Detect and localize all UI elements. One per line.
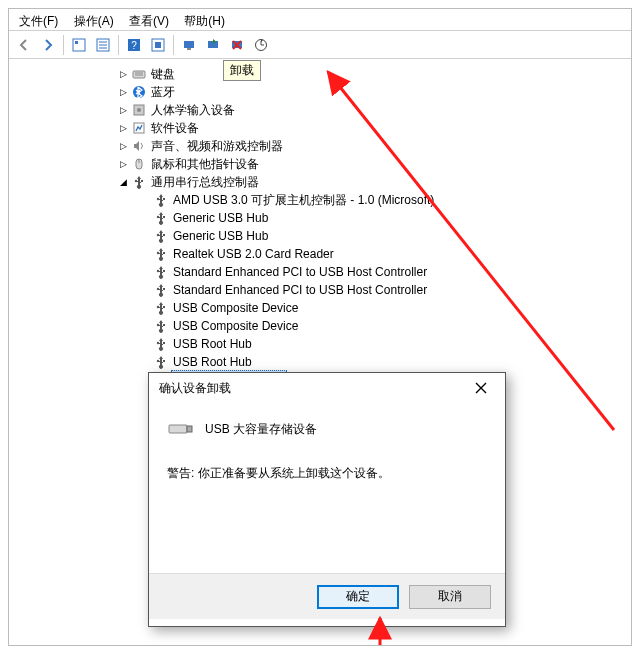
usb-icon	[153, 318, 169, 334]
svg-point-40	[157, 324, 159, 326]
svg-text:?: ?	[131, 40, 137, 51]
keyboard-icon	[131, 66, 147, 82]
bluetooth-icon	[131, 84, 147, 100]
tree-node[interactable]: USB Root Hub	[9, 335, 631, 353]
svg-rect-9	[155, 42, 161, 48]
svg-rect-10	[184, 41, 194, 48]
tree-node[interactable]: ▷人体学输入设备	[9, 101, 631, 119]
tree-node-label: USB Root Hub	[173, 335, 252, 353]
svg-point-32	[157, 252, 159, 254]
toolbar-separator	[173, 35, 174, 55]
expand-icon[interactable]: ▷	[117, 86, 129, 98]
tree-node[interactable]: ▷声音、视频和游戏控制器	[9, 137, 631, 155]
toolbar-show-hidden-icon[interactable]	[68, 34, 90, 56]
tree-node-label: Standard Enhanced PCI to USB Host Contro…	[173, 263, 427, 281]
tree-node-label: Standard Enhanced PCI to USB Host Contro…	[173, 281, 427, 299]
svg-point-42	[157, 342, 159, 344]
expand-icon[interactable]: ▷	[117, 68, 129, 80]
svg-rect-49	[187, 426, 192, 432]
usb-icon	[153, 228, 169, 244]
toolbar-separator	[118, 35, 119, 55]
toolbar-refresh-icon[interactable]	[250, 34, 272, 56]
tree-node[interactable]: USB Root Hub	[9, 353, 631, 371]
dialog-warning-text: 警告: 你正准备要从系统上卸载这个设备。	[167, 465, 487, 482]
toolbar-separator	[63, 35, 64, 55]
svg-point-28	[157, 216, 159, 218]
dialog-title-text: 确认设备卸载	[159, 380, 231, 397]
tree-node[interactable]: ◢通用串行总线控制器	[9, 173, 631, 191]
tree-node[interactable]: Generic USB Hub	[9, 209, 631, 227]
toolbar-help-icon[interactable]: ?	[123, 34, 145, 56]
expand-icon[interactable]: ▷	[117, 158, 129, 170]
expand-icon[interactable]: ▷	[117, 140, 129, 152]
dialog-button-row: 确定 取消	[149, 573, 505, 619]
menu-action[interactable]: 操作(A)	[68, 11, 120, 32]
menu-file[interactable]: 文件(F)	[13, 11, 64, 32]
menu-help[interactable]: 帮助(H)	[178, 11, 231, 32]
tree-node[interactable]: Standard Enhanced PCI to USB Host Contro…	[9, 281, 631, 299]
tree-node-label: AMD USB 3.0 可扩展主机控制器 - 1.0 (Microsoft)	[173, 191, 434, 209]
tree-node-label: Generic USB Hub	[173, 227, 268, 245]
usb-icon	[153, 246, 169, 262]
tree-node[interactable]: USB Composite Device	[9, 299, 631, 317]
tree-node[interactable]: ▷蓝牙	[9, 83, 631, 101]
usb-icon	[153, 210, 169, 226]
confirm-uninstall-dialog: 确认设备卸载 USB 大容量存储设备 警告: 你正准备要从系统上卸载这个设备。 …	[148, 372, 506, 627]
usb-icon	[153, 192, 169, 208]
expand-icon[interactable]: ▷	[117, 122, 129, 134]
dialog-close-button[interactable]	[461, 376, 501, 400]
tree-node-label: 声音、视频和游戏控制器	[151, 137, 283, 155]
svg-point-20	[137, 108, 141, 112]
toolbar-uninstall-icon[interactable]: 卸载	[226, 34, 248, 56]
tree-node-label: USB Composite Device	[173, 317, 298, 335]
tree-node[interactable]: ▷软件设备	[9, 119, 631, 137]
toolbar-update-driver-icon[interactable]	[178, 34, 200, 56]
tree-node-label: 通用串行总线控制器	[151, 173, 259, 191]
tree-node[interactable]: Realtek USB 2.0 Card Reader	[9, 245, 631, 263]
tree-node-label: 键盘	[151, 65, 175, 83]
svg-rect-1	[75, 41, 78, 44]
tree-node-label: USB Root Hub	[173, 353, 252, 371]
svg-point-26	[157, 198, 159, 200]
svg-rect-11	[187, 48, 191, 50]
sound-icon	[131, 138, 147, 154]
mouse-icon	[131, 156, 147, 172]
dialog-titlebar: 确认设备卸载	[149, 373, 505, 403]
usb-icon	[153, 336, 169, 352]
hid-icon	[131, 102, 147, 118]
tree-node[interactable]: ▷键盘	[9, 65, 631, 83]
usb-icon	[153, 354, 169, 370]
tree-node-label: 软件设备	[151, 119, 199, 137]
toolbar-scan-icon[interactable]	[147, 34, 169, 56]
tree-node[interactable]: AMD USB 3.0 可扩展主机控制器 - 1.0 (Microsoft)	[9, 191, 631, 209]
collapse-icon[interactable]: ◢	[117, 176, 129, 188]
toolbar-disable-icon[interactable]	[202, 34, 224, 56]
svg-point-24	[135, 180, 137, 182]
tree-node[interactable]: ▷鼠标和其他指针设备	[9, 155, 631, 173]
tree-node-label: 蓝牙	[151, 83, 175, 101]
toolbar-back-icon[interactable]	[13, 34, 35, 56]
svg-point-36	[157, 288, 159, 290]
tree-node-label: Generic USB Hub	[173, 209, 268, 227]
tree-node[interactable]: Standard Enhanced PCI to USB Host Contro…	[9, 263, 631, 281]
tree-node[interactable]: Generic USB Hub	[9, 227, 631, 245]
expand-icon[interactable]: ▷	[117, 104, 129, 116]
menu-view[interactable]: 查看(V)	[123, 11, 175, 32]
tree-node[interactable]: USB Composite Device	[9, 317, 631, 335]
usb-icon	[153, 300, 169, 316]
toolbar-forward-icon[interactable]	[37, 34, 59, 56]
dialog-device-name: USB 大容量存储设备	[205, 421, 317, 438]
tree-node-label: Realtek USB 2.0 Card Reader	[173, 245, 334, 263]
ok-button[interactable]: 确定	[317, 585, 399, 609]
menubar: 文件(F) 操作(A) 查看(V) 帮助(H)	[9, 9, 631, 31]
software-icon	[131, 120, 147, 136]
toolbar-properties-icon[interactable]	[92, 34, 114, 56]
toolbar: ? 卸载	[9, 31, 631, 59]
tree-node-label: 鼠标和其他指针设备	[151, 155, 259, 173]
svg-point-44	[157, 360, 159, 362]
device-tree[interactable]: ▷键盘▷蓝牙▷人体学输入设备▷软件设备▷声音、视频和游戏控制器▷鼠标和其他指针设…	[9, 59, 631, 389]
cancel-button[interactable]: 取消	[409, 585, 491, 609]
usb-icon	[153, 264, 169, 280]
tooltip-uninstall: 卸载	[223, 60, 261, 81]
tree-node-label: USB Composite Device	[173, 299, 298, 317]
